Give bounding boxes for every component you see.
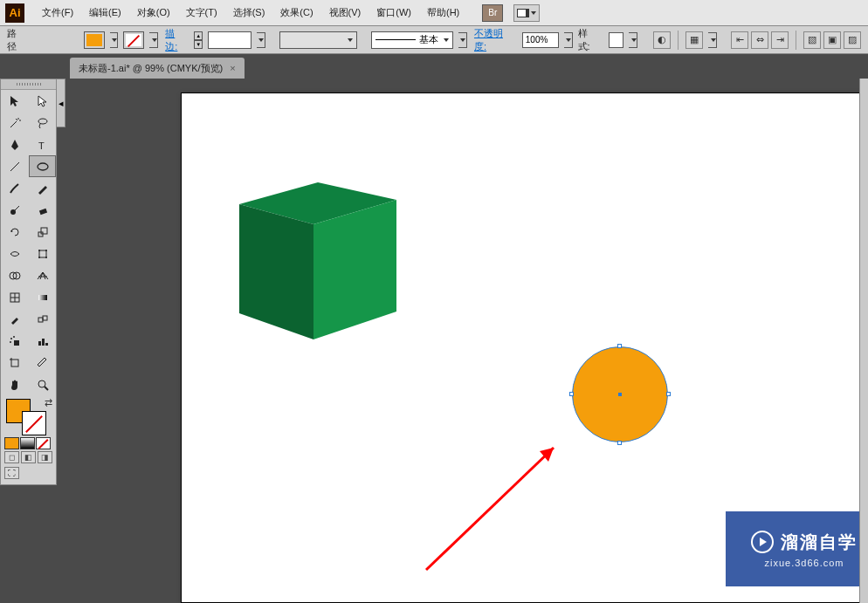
variable-width-profile-select[interactable] [279,31,358,49]
type-tool[interactable]: T [29,134,57,155]
center-point[interactable] [618,393,622,396]
eraser-tool[interactable] [29,199,57,221]
opacity-link[interactable]: 不透明度: [472,27,517,53]
symbol-sprayer-tool[interactable] [1,330,29,352]
swap-fill-stroke-icon[interactable]: ⇄ [45,397,52,408]
stroke-link[interactable]: 描边: [163,27,189,53]
opacity-dropdown[interactable] [564,32,573,48]
menu-select[interactable]: 选择(S) [226,3,272,23]
opacity-input[interactable]: 100% [522,32,559,48]
svg-point-31 [38,380,45,387]
isolate-button[interactable]: ▧ [803,31,821,49]
graphic-style-swatch[interactable] [609,32,624,48]
free-transform-tool[interactable] [29,243,57,264]
magic-wand-tool[interactable] [1,112,29,134]
no-stroke-icon [126,34,141,46]
blend-tool[interactable] [29,308,57,330]
stroke-swatch[interactable] [123,31,144,49]
menu-view[interactable]: 视图(V) [322,3,369,23]
svg-rect-28 [11,360,18,367]
brush-dropdown[interactable] [458,32,467,48]
anchor-point-left[interactable] [569,392,574,396]
menu-edit[interactable]: 编辑(E) [82,3,128,23]
document-tab-title: 未标题-1.ai* @ 99% (CMYK/预览) [79,62,223,75]
cube-shape[interactable] [231,174,401,345]
line-tool[interactable] [1,155,29,177]
vertical-scrollbar[interactable] [859,79,868,603]
stroke-weight-spinner[interactable]: ▲▼ [194,31,203,49]
background-stroke-swatch[interactable] [22,411,46,435]
perspective-grid-tool[interactable] [29,264,57,286]
menu-object[interactable]: 对象(O) [130,3,177,23]
color-mode-gradient[interactable] [20,437,35,449]
direct-selection-tool[interactable] [29,90,57,112]
align-hcenter-button[interactable]: ⇔ [751,31,768,49]
align-to-dropdown[interactable] [708,32,717,48]
tool-grid: T [1,90,56,395]
stroke-weight-input[interactable] [208,31,251,49]
fill-stroke-control[interactable]: ⇄ [1,395,56,435]
hand-tool[interactable] [1,373,29,395]
tab-close-button[interactable]: × [230,63,235,73]
stroke-weight-dropdown[interactable] [257,32,265,48]
canvas-viewport[interactable]: 溜溜自学 zixue.3d66.com [65,79,868,603]
anchor-point-bottom[interactable] [617,441,622,445]
annotation-arrow [424,442,669,572]
anchor-point-right[interactable] [666,392,671,396]
stroke-dropdown[interactable] [149,32,158,48]
edit-mask-button[interactable]: ▨ [844,31,861,49]
color-mode-solid[interactable] [4,437,19,449]
play-icon [751,531,774,553]
lasso-tool[interactable] [29,112,57,134]
fill-dropdown[interactable] [110,32,119,48]
scale-tool[interactable] [29,221,57,243]
rotate-tool[interactable] [1,221,29,243]
artboard[interactable]: 溜溜自学 zixue.3d66.com [181,93,868,603]
menu-window[interactable]: 窗口(W) [369,3,418,23]
selection-tool[interactable] [1,90,29,112]
anchor-point-top[interactable] [617,344,622,348]
toolbox-collapse-handle[interactable]: ◂ [57,79,65,127]
menu-effect[interactable]: 效果(C) [273,3,320,23]
zoom-tool[interactable] [29,373,57,395]
style-dropdown[interactable] [629,32,637,48]
edit-clip-button[interactable]: ▣ [823,31,841,49]
artboard-tool[interactable] [1,352,29,373]
screen-mode-button[interactable]: ⛶ [4,467,19,479]
gradient-tool[interactable] [29,286,57,308]
menu-type[interactable]: 文字(T) [179,3,224,23]
draw-normal-button[interactable]: ◻ [4,451,19,463]
align-left-button[interactable]: ⇤ [731,31,748,49]
fill-swatch[interactable] [84,31,105,49]
workspace-layout-button[interactable] [513,4,540,22]
shape-builder-tool[interactable] [1,264,29,286]
svg-point-11 [38,257,40,258]
pen-tool[interactable] [1,134,29,155]
mesh-tool[interactable] [1,286,29,308]
recolor-artwork-button[interactable]: ◐ [653,31,671,49]
cube-front-face [313,200,396,339]
color-mode-none[interactable] [36,437,51,449]
eyedropper-tool[interactable] [1,308,29,330]
brush-definition-select[interactable]: 基本 [371,31,453,49]
slice-tool[interactable] [29,352,57,373]
chevron-down-icon [152,38,157,42]
toolbox-grip[interactable] [1,79,56,90]
pencil-tool[interactable] [29,177,57,199]
align-to-button[interactable]: ▦ [685,31,703,49]
ellipse-shape-selected[interactable] [572,346,668,442]
menu-file[interactable]: 文件(F) [35,3,80,23]
draw-inside-button[interactable]: ◨ [38,451,52,463]
ellipse-tool[interactable] [29,155,57,177]
blob-brush-tool[interactable] [1,199,29,221]
width-tool[interactable] [1,243,29,264]
bridge-button[interactable]: Br [482,4,503,22]
draw-behind-button[interactable]: ◧ [21,451,36,463]
svg-rect-26 [42,339,45,346]
menu-help[interactable]: 帮助(H) [420,3,466,23]
column-graph-tool[interactable] [29,330,57,352]
svg-line-33 [426,448,554,570]
document-tab[interactable]: 未标题-1.ai* @ 99% (CMYK/预览) × [70,58,245,79]
paintbrush-tool[interactable] [1,177,29,199]
align-right-button[interactable]: ⇥ [771,31,789,49]
